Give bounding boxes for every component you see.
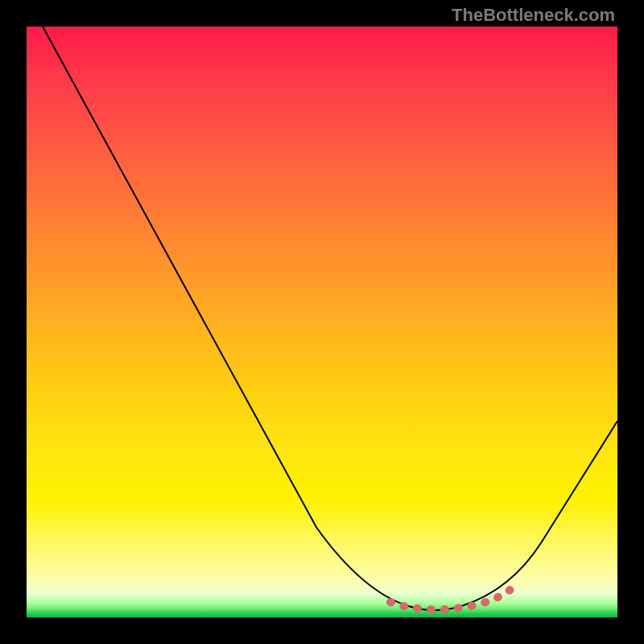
plot-area (27, 27, 617, 617)
chart-frame: TheBottleneck.com (0, 0, 644, 644)
attribution-text: TheBottleneck.com (452, 5, 615, 26)
main-curve (43, 27, 617, 610)
bottleneck-curve (27, 27, 617, 617)
